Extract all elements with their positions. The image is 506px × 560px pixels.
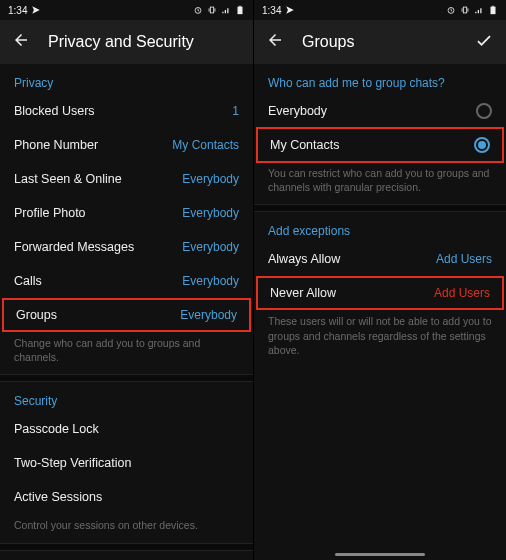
- svg-rect-2: [238, 7, 243, 15]
- alarm-icon: [193, 5, 203, 15]
- option-label: Everybody: [268, 104, 327, 118]
- option-my-contacts[interactable]: My Contacts: [256, 127, 504, 163]
- radio-icon: [476, 103, 492, 119]
- row-last-seen[interactable]: Last Seen & Online Everybody: [0, 162, 253, 196]
- row-label: Last Seen & Online: [14, 172, 122, 186]
- option-everybody[interactable]: Everybody: [254, 94, 506, 128]
- signal-icon: [221, 5, 231, 15]
- location-icon: [285, 5, 295, 15]
- row-value: Everybody: [182, 240, 239, 254]
- row-passcode-lock[interactable]: Passcode Lock: [0, 412, 253, 446]
- row-forwarded-messages[interactable]: Forwarded Messages Everybody: [0, 230, 253, 264]
- row-value: Everybody: [182, 274, 239, 288]
- row-value: Everybody: [182, 172, 239, 186]
- row-groups[interactable]: Groups Everybody: [2, 298, 251, 332]
- section-header-exceptions: Add exceptions: [254, 212, 506, 242]
- svg-rect-5: [463, 7, 466, 13]
- row-value: 1: [232, 104, 239, 118]
- row-label: Active Sessions: [14, 490, 102, 504]
- back-icon[interactable]: [266, 31, 284, 53]
- alarm-icon: [446, 5, 456, 15]
- check-icon[interactable]: [474, 30, 494, 54]
- row-calls[interactable]: Calls Everybody: [0, 264, 253, 298]
- header: Privacy and Security: [0, 20, 253, 64]
- status-bar: 1:34: [0, 0, 253, 20]
- page-title: Groups: [302, 33, 456, 51]
- security-hint: Control your sessions on other devices.: [0, 514, 253, 542]
- status-bar: 1:34: [254, 0, 506, 20]
- signal-icon: [474, 5, 484, 15]
- options-hint: You can restrict who can add you to grou…: [254, 162, 506, 204]
- screen-groups: 1:34 Groups Who can add me to group chat…: [253, 0, 506, 560]
- location-icon: [31, 5, 41, 15]
- question-header: Who can add me to group chats?: [254, 64, 506, 94]
- row-label: Groups: [16, 308, 57, 322]
- svg-rect-6: [491, 7, 496, 15]
- row-never-allow[interactable]: Never Allow Add Users: [256, 276, 504, 310]
- content: Who can add me to group chats? Everybody…: [254, 64, 506, 560]
- status-time: 1:34: [8, 5, 27, 16]
- back-icon[interactable]: [12, 31, 30, 53]
- row-phone-number[interactable]: Phone Number My Contacts: [0, 128, 253, 162]
- page-title: Privacy and Security: [48, 33, 241, 51]
- row-value: Everybody: [180, 308, 237, 322]
- divider: [254, 204, 506, 212]
- status-time: 1:34: [262, 5, 281, 16]
- privacy-hint: Change who can add you to groups and cha…: [0, 332, 253, 374]
- divider: [0, 374, 253, 382]
- section-header-advanced: Advanced: [0, 551, 253, 560]
- row-value: Everybody: [182, 206, 239, 220]
- header: Groups: [254, 20, 506, 64]
- section-header-security: Security: [0, 382, 253, 412]
- row-profile-photo[interactable]: Profile Photo Everybody: [0, 196, 253, 230]
- row-label: Profile Photo: [14, 206, 86, 220]
- row-label: Never Allow: [270, 286, 336, 300]
- battery-icon: [235, 5, 245, 15]
- svg-rect-1: [210, 7, 213, 13]
- svg-rect-3: [239, 6, 242, 7]
- row-value: My Contacts: [172, 138, 239, 152]
- screen-privacy-security: 1:34 Privacy and Security Privacy Blocke…: [0, 0, 253, 560]
- section-header-privacy: Privacy: [0, 64, 253, 94]
- row-value: Add Users: [436, 252, 492, 266]
- row-two-step[interactable]: Two-Step Verification: [0, 446, 253, 480]
- radio-icon: [474, 137, 490, 153]
- nav-handle[interactable]: [335, 553, 425, 556]
- row-blocked-users[interactable]: Blocked Users 1: [0, 94, 253, 128]
- vibrate-icon: [207, 5, 217, 15]
- row-label: Two-Step Verification: [14, 456, 131, 470]
- content: Privacy Blocked Users 1 Phone Number My …: [0, 64, 253, 560]
- row-label: Always Allow: [268, 252, 340, 266]
- row-label: Passcode Lock: [14, 422, 99, 436]
- vibrate-icon: [460, 5, 470, 15]
- exceptions-hint: These users will or will not be able to …: [254, 310, 506, 367]
- row-value: Add Users: [434, 286, 490, 300]
- row-active-sessions[interactable]: Active Sessions: [0, 480, 253, 514]
- divider: [0, 543, 253, 551]
- option-label: My Contacts: [270, 138, 339, 152]
- row-always-allow[interactable]: Always Allow Add Users: [254, 242, 506, 276]
- row-label: Forwarded Messages: [14, 240, 134, 254]
- row-label: Calls: [14, 274, 42, 288]
- row-label: Blocked Users: [14, 104, 95, 118]
- battery-icon: [488, 5, 498, 15]
- row-label: Phone Number: [14, 138, 98, 152]
- svg-rect-7: [492, 6, 495, 7]
